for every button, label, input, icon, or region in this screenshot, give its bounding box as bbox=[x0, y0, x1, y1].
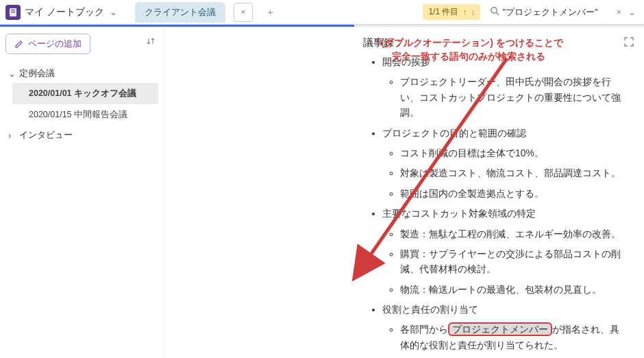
search-box: × ⌄ bbox=[490, 6, 639, 18]
doc-heading: 議事録： bbox=[363, 36, 623, 49]
tab-label: クライアント会議 bbox=[145, 7, 216, 17]
search-options-button[interactable]: ⌄ bbox=[626, 7, 639, 17]
sidebar: ページの追加 ⌄定例会議2020/01/01 キックオフ会議2020/01/15… bbox=[0, 27, 164, 358]
document-area: 議事録： 開会の挨拶プロジェクトリーダー、田中氏が開会の挨拶を行い、コストカット… bbox=[164, 27, 644, 358]
add-page-button[interactable]: ページの追加 bbox=[5, 34, 90, 54]
tree-section[interactable]: ⌄定例会議 bbox=[5, 64, 158, 83]
twisty-icon: ⌄ bbox=[8, 69, 16, 79]
search-icon bbox=[490, 6, 499, 18]
doc-bullet: 開会の挨拶プロジェクトリーダー、田中氏が開会の挨拶を行い、コストカットプロジェク… bbox=[382, 54, 623, 121]
expand-icon[interactable] bbox=[623, 36, 634, 49]
tree-section[interactable]: ›インタビュー bbox=[5, 126, 158, 145]
doc-sub-bullet: プロジェクトリーダー、田中氏が開会の挨拶を行い、コストカットプロジェクトの重要性… bbox=[400, 74, 623, 120]
search-highlight: プロジェクトメンバー bbox=[448, 322, 552, 336]
prev-hit-button[interactable]: ↑ bbox=[462, 8, 467, 17]
doc-sub-bullet: 各部門からプロジェクトメンバーが指名され、具体的な役割と責任が割り当てられた。 bbox=[400, 322, 623, 353]
svg-point-3 bbox=[491, 8, 497, 13]
doc-sub-bullet: 購買：サプライヤーとの交渉による部品コストの削減、代替材料の検討。 bbox=[400, 246, 623, 277]
clear-search-button[interactable]: × bbox=[612, 7, 626, 17]
tree-section-label: 定例会議 bbox=[19, 67, 55, 80]
notebook-title[interactable]: マイ ノートブック bbox=[25, 6, 104, 19]
doc-sub-bullet: 製造：無駄な工程の削減、エネルギー効率の改善。 bbox=[400, 226, 623, 241]
doc-sub-bullet: 範囲は国内の全製造拠点とする。 bbox=[400, 186, 623, 201]
sort-button[interactable] bbox=[143, 34, 158, 51]
tab-new-button[interactable]: ＋ bbox=[261, 3, 280, 22]
doc-outline: 開会の挨拶プロジェクトリーダー、田中氏が開会の挨拶を行い、コストカットプロジェク… bbox=[367, 54, 623, 358]
hit-count-text: 1/1 件目 bbox=[428, 6, 458, 18]
svg-line-4 bbox=[497, 12, 499, 15]
svg-rect-2 bbox=[11, 12, 15, 12]
doc-sub-bullet: コスト削減の目標は全体で10%。 bbox=[400, 145, 623, 160]
add-page-label: ページの追加 bbox=[28, 38, 82, 50]
tab-active[interactable]: クライアント会議 bbox=[135, 2, 225, 23]
search-hit-count: 1/1 件目 ↑ ↓ bbox=[423, 4, 480, 20]
twisty-icon: › bbox=[8, 130, 16, 141]
doc-bullet: プロジェクトの目的と範囲の確認コスト削減の目標は全体で10%。対象は製造コスト、… bbox=[382, 126, 623, 202]
page-item[interactable]: 2020/01/01 キックオフ会議 bbox=[12, 83, 158, 104]
doc-bullet: 主要なコストカット対象領域の特定製造：無駄な工程の削減、エネルギー効率の改善。購… bbox=[382, 206, 623, 297]
tree-section-label: インタビュー bbox=[19, 129, 73, 141]
next-hit-button[interactable]: ↓ bbox=[471, 8, 475, 17]
edit-icon bbox=[14, 39, 24, 49]
page-tree: ⌄定例会議2020/01/01 キックオフ会議2020/01/15 中間報告会議… bbox=[5, 64, 158, 145]
notebook-icon bbox=[5, 5, 21, 20]
doc-bullet: 役割と責任の割り当て各部門からプロジェクトメンバーが指名され、具体的な役割と責任… bbox=[382, 302, 623, 353]
doc-sub-bullet: 対象は製造コスト、物流コスト、部品調達コスト。 bbox=[400, 165, 623, 180]
page-item[interactable]: 2020/01/15 中間報告会議 bbox=[12, 104, 158, 126]
svg-rect-1 bbox=[11, 10, 15, 10]
doc-sub-bullet: 物流：輸送ルートの最適化、包装材の見直し。 bbox=[400, 282, 623, 297]
search-input[interactable] bbox=[502, 7, 612, 17]
tab-close-button[interactable]: × bbox=[234, 3, 253, 22]
top-bar: マイ ノートブック ⌄ クライアント会議 × ＋ 1/1 件目 ↑ ↓ × ⌄ bbox=[0, 0, 644, 25]
chevron-down-icon[interactable]: ⌄ bbox=[110, 7, 117, 17]
